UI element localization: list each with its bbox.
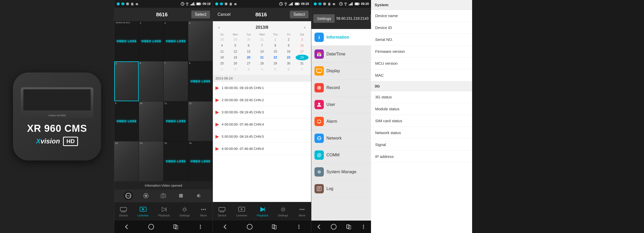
cal-day-9[interactable]: 9 <box>282 43 295 48</box>
rec-item-2[interactable]: ▶ 2 00:00:00- 09:19:45 CHN:2 <box>213 94 311 106</box>
grid-cell-6[interactable]: 6 <box>139 61 163 101</box>
ptz-button[interactable]: PTZ <box>124 191 133 200</box>
grid-cell-11[interactable]: 11 VIDEO LOSS <box>164 101 188 141</box>
dropdown-sim-status[interactable]: SIM card status <box>371 115 472 127</box>
grid-cell-10[interactable]: 10 <box>139 101 163 141</box>
grid-cell-8[interactable]: 8 VIDEO LOSS <box>188 61 213 101</box>
cal-day-21[interactable]: 21 <box>255 55 268 60</box>
grid-cell-3[interactable]: 3 VIDEO LOSS <box>164 21 188 61</box>
cal-day-25[interactable]: 25 <box>215 61 228 66</box>
dropdown-ip-address[interactable]: IP address <box>371 151 472 163</box>
cal-day-1next[interactable]: 1 <box>215 67 228 72</box>
cal-day-7next[interactable]: 7 <box>296 67 309 72</box>
grid-cell-7[interactable]: 7 <box>164 61 188 101</box>
grid-cell-13[interactable]: 13 <box>114 141 139 181</box>
cal-day-24-today[interactable]: 24 <box>296 55 309 60</box>
menu-user[interactable]: User <box>311 96 371 113</box>
cal-day-3[interactable]: 3 <box>296 37 309 42</box>
dropdown-serial-no[interactable]: Serial NO. <box>371 34 472 46</box>
back-button-pb[interactable] <box>220 222 230 232</box>
dropdown-device-id[interactable]: Device ID <box>371 22 472 34</box>
cancel-button-playback[interactable]: Cancel <box>215 11 233 18</box>
cal-day-29[interactable]: 29 <box>269 61 282 66</box>
cal-day-19[interactable]: 19 <box>229 55 242 60</box>
rec-item-4[interactable]: ▶ 4 00:00:00- 07:46:48 CHN:4 <box>213 118 311 130</box>
dropdown-network-status[interactable]: Network status <box>371 127 472 139</box>
rec-item-1[interactable]: ▶ 1 00:00:00- 09:19:45 CHN:1 <box>213 82 311 94</box>
cal-day-12[interactable]: 12 <box>229 49 242 54</box>
nav-playback-liveview[interactable]: Playback <box>156 204 172 219</box>
cal-day-11[interactable]: 11 <box>215 49 228 54</box>
menu-datetime[interactable]: 📅 Date/Time <box>311 46 371 63</box>
grid-cell-1[interactable]: 9/4/2013 09:19:21 VIDEO LOSS <box>114 21 139 61</box>
cal-day-23[interactable]: 23 <box>282 55 295 60</box>
cal-day-29prev[interactable]: 29 <box>229 37 242 42</box>
record-button[interactable] <box>141 191 151 200</box>
cal-day-13[interactable]: 13 <box>242 49 255 54</box>
grid-cell-2[interactable]: 2 VIDEO LOSS <box>139 21 163 61</box>
home-button-s[interactable] <box>328 222 339 232</box>
cal-day-15[interactable]: 15 <box>269 49 282 54</box>
nav-playback-active[interactable]: Playback <box>254 204 271 219</box>
back-button-s[interactable] <box>314 222 324 232</box>
cal-day-17[interactable]: 17 <box>296 49 309 54</box>
cal-day-16[interactable]: 16 <box>282 49 295 54</box>
menu-sysmanage[interactable]: System Manage <box>311 164 371 180</box>
nav-more-pb[interactable]: More <box>295 204 309 219</box>
cal-day-28prev[interactable]: 28 <box>215 37 228 42</box>
grid-cell-9[interactable]: 9 VIDEO LOSS <box>114 101 139 141</box>
snapshot-button[interactable] <box>159 191 168 200</box>
dropdown-3g-status[interactable]: 3G status <box>371 91 472 103</box>
menu-button-liveview[interactable] <box>195 222 206 232</box>
recents-button-s[interactable] <box>344 222 354 232</box>
select-button-playback[interactable]: Select <box>290 11 309 18</box>
cal-day-4[interactable]: 4 <box>215 43 228 48</box>
dropdown-firmware-version[interactable]: Firmware version <box>371 46 472 57</box>
menu-network[interactable]: Network <box>311 130 371 147</box>
cal-day-20[interactable]: 20 <box>242 55 255 60</box>
dropdown-signal[interactable]: Signal <box>371 139 472 151</box>
cal-day-14[interactable]: 14 <box>255 49 268 54</box>
recents-button-liveview[interactable] <box>171 222 181 232</box>
dropdown-device-name[interactable]: Device name <box>371 10 472 22</box>
cal-day-30[interactable]: 30 <box>282 61 295 66</box>
cal-day-4next[interactable]: 4 <box>255 67 268 72</box>
rec-item-6[interactable]: ▶ 6 00:00:00- 07:46:48 CHN:6 <box>213 143 311 155</box>
cal-day-28[interactable]: 28 <box>255 61 268 66</box>
audio-button[interactable] <box>194 191 203 200</box>
home-button-pb[interactable] <box>244 222 255 232</box>
grid-cell-4[interactable]: 4 <box>188 21 213 61</box>
calendar-next-button[interactable]: › <box>301 24 309 31</box>
grid-cell-15[interactable]: 15 VIDEO LOSS <box>164 141 188 181</box>
nav-settings-pb[interactable]: Settings <box>275 204 291 219</box>
cal-day-3next[interactable]: 3 <box>242 67 255 72</box>
cal-day-1[interactable]: 1 <box>269 37 282 42</box>
cal-day-7[interactable]: 7 <box>255 43 268 48</box>
menu-button-s[interactable] <box>358 222 369 232</box>
nav-more-liveview[interactable]: More <box>197 204 210 219</box>
menu-alarm[interactable]: Alarm <box>311 113 371 130</box>
settings-nav-button[interactable]: Settings <box>313 14 335 23</box>
nav-device-pb[interactable]: Device <box>215 204 229 219</box>
grid-cell-14[interactable]: 14 <box>139 141 163 181</box>
rec-item-3[interactable]: ▶ 3 00:00:00- 09:19:45 CHN:3 <box>213 106 311 118</box>
cal-day-22[interactable]: 22 <box>269 55 282 60</box>
dropdown-mac[interactable]: MAC <box>371 69 472 81</box>
recents-button-pb[interactable] <box>269 222 279 232</box>
dropdown-module-status[interactable]: Module status <box>371 103 472 115</box>
cal-day-2[interactable]: 2 <box>282 37 295 42</box>
grid-cell-12[interactable]: 12 <box>188 101 213 141</box>
menu-log[interactable]: Log <box>311 180 371 197</box>
nav-liveview-active[interactable]: Liveview <box>135 204 151 219</box>
cal-day-5next[interactable]: 5 <box>269 67 282 72</box>
nav-liveview-pb[interactable]: Liveview <box>234 204 250 219</box>
calendar-prev-button[interactable]: ‹ <box>215 24 223 31</box>
stop-button[interactable] <box>176 191 186 200</box>
cal-day-10[interactable]: 10 <box>296 43 309 48</box>
cal-day-6next[interactable]: 6 <box>282 67 295 72</box>
menu-information[interactable]: ℹ Information <box>311 29 371 46</box>
cal-day-30prev[interactable]: 30 <box>242 37 255 42</box>
cal-day-5[interactable]: 5 <box>229 43 242 48</box>
menu-button-pb[interactable] <box>294 222 304 232</box>
home-button-liveview[interactable] <box>146 222 156 232</box>
